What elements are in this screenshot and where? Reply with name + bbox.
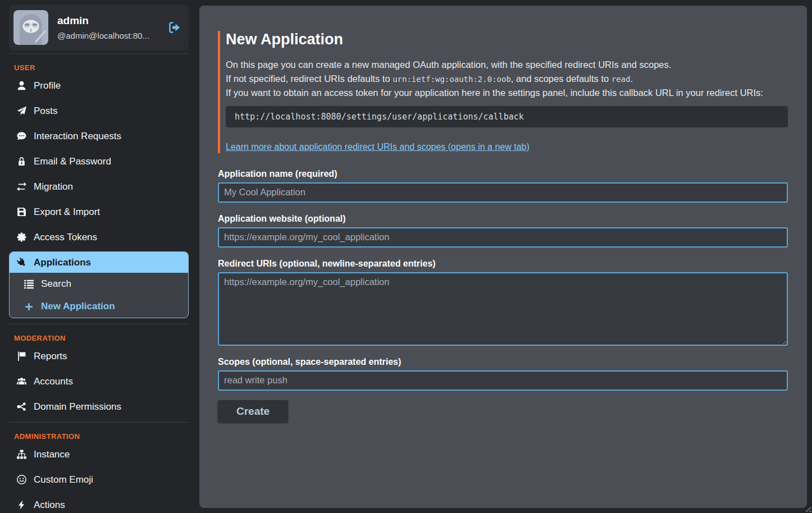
sidebar-item-label: Instance — [34, 449, 70, 460]
sidebar-item-custom-emoji[interactable]: Custom Emoji — [9, 467, 189, 492]
sidebar-item-label: Email & Password — [34, 156, 111, 167]
sidebar-divider — [9, 324, 189, 324]
paper-plane-icon — [16, 106, 26, 116]
avatar — [13, 10, 48, 45]
sidebar-item-label: Posts — [34, 106, 58, 117]
exchange-arrows-icon — [16, 182, 26, 191]
section-label-moderation: MODERATION — [14, 334, 189, 342]
user-names: admin @admin@localhost:80... — [57, 15, 158, 40]
sidebar-item-label: Export & Import — [34, 207, 100, 218]
bolt-icon — [16, 500, 26, 510]
redirect-uris-textarea[interactable] — [218, 272, 788, 346]
section-label-administration: ADMINISTRATION — [14, 432, 189, 441]
sidebar-item-label: Access Tokens — [34, 232, 97, 243]
lock-icon — [16, 157, 26, 166]
sidebar-item-posts[interactable]: Posts — [9, 98, 189, 123]
sidebar-subitem-label: New Application — [41, 301, 115, 312]
certificate-icon — [16, 232, 26, 242]
callback-url-code-block: http://localhost:8080/settings/user/appl… — [226, 106, 788, 127]
scopes-field-group: Scopes (optional, space-separated entrie… — [218, 357, 788, 391]
sidebar-item-actions[interactable]: Actions — [9, 492, 189, 513]
application-name-input[interactable] — [218, 182, 788, 203]
sidebar-item-accounts[interactable]: Accounts — [9, 369, 189, 394]
sidebar-divider — [9, 53, 189, 54]
settings-sidebar: admin @admin@localhost:80... USER Profil… — [0, 0, 199, 513]
sidebar-item-interaction-requests[interactable]: Interaction Requests — [9, 123, 189, 149]
page-title: New Application — [226, 31, 788, 48]
sidebar-item-label: Actions — [34, 500, 65, 511]
sidebar-item-domain-permissions[interactable]: Domain Permissions — [9, 394, 189, 419]
plus-icon — [24, 302, 34, 312]
redirect-uris-label: Redirect URIs (optional, newline-separat… — [218, 259, 788, 269]
sidebar-divider — [9, 422, 189, 423]
section-label-user: USER — [14, 63, 189, 72]
sidebar-item-applications[interactable]: Applications — [10, 252, 188, 273]
scopes-input[interactable] — [218, 370, 788, 391]
inline-code-oob: urn:ietf:wg:oauth:2.0:oob — [393, 75, 511, 84]
application-name-label: Application name (required) — [218, 169, 788, 179]
sidebar-item-profile[interactable]: Profile — [9, 73, 189, 98]
new-application-form: Application name (required) Application … — [218, 169, 788, 423]
description-line-2: If not specified, redirect URIs defaults… — [226, 72, 788, 86]
scopes-label: Scopes (optional, space-separated entrie… — [218, 357, 788, 367]
list-icon — [24, 280, 34, 289]
user-handle: @admin@localhost:80... — [57, 31, 158, 40]
sidebar-item-migration[interactable]: Migration — [9, 174, 189, 199]
applications-group: Applications Search New Application — [9, 251, 189, 318]
username: admin — [57, 15, 158, 27]
sidebar-subitem-search[interactable]: Search — [10, 273, 188, 295]
sidebar-item-access-tokens[interactable]: Access Tokens — [9, 225, 189, 250]
sidebar-subitem-new-application[interactable]: New Application — [10, 295, 188, 318]
create-button[interactable]: Create — [218, 400, 288, 423]
page-header: New Application On this page you can cre… — [218, 31, 788, 153]
sidebar-item-label: Accounts — [34, 376, 73, 387]
plug-icon — [16, 258, 26, 267]
share-nodes-icon — [16, 402, 26, 411]
sidebar-item-label: Domain Permissions — [34, 401, 121, 413]
description-line-3: If you want to obtain an access token fo… — [226, 86, 788, 100]
sidebar-item-label: Profile — [34, 80, 61, 91]
users-icon — [16, 377, 26, 386]
sidebar-item-label: Migration — [34, 181, 73, 193]
inline-code-read: read — [612, 75, 631, 84]
sidebar-item-export-import[interactable]: Export & Import — [9, 199, 189, 225]
sidebar-item-label: Reports — [34, 351, 67, 362]
main-panel: New Application On this page you can cre… — [199, 6, 807, 508]
sitemap-icon — [16, 450, 26, 459]
application-website-input[interactable] — [218, 227, 788, 248]
user-icon — [16, 81, 26, 90]
sidebar-item-label: Applications — [34, 257, 91, 268]
learn-more-link[interactable]: Learn more about application redirect UR… — [226, 142, 530, 152]
sidebar-item-email-password[interactable]: Email & Password — [9, 149, 189, 174]
sidebar-subitem-label: Search — [41, 278, 71, 290]
application-website-label: Application website (optional) — [218, 214, 788, 224]
sidebar-item-reports[interactable]: Reports — [9, 343, 189, 369]
flag-icon — [16, 351, 26, 361]
floppy-disk-icon — [16, 207, 26, 217]
user-card: admin @admin@localhost:80... — [9, 4, 189, 51]
application-website-field-group: Application website (optional) — [218, 214, 788, 248]
redirect-uris-field-group: Redirect URIs (optional, newline-separat… — [218, 259, 788, 346]
sidebar-item-instance[interactable]: Instance — [9, 442, 189, 467]
comment-dots-icon — [16, 131, 26, 141]
smile-icon — [16, 475, 26, 484]
sidebar-item-label: Interaction Requests — [34, 131, 121, 142]
sidebar-item-label: Custom Emoji — [34, 474, 93, 485]
logout-icon[interactable] — [167, 20, 182, 35]
application-name-field-group: Application name (required) — [218, 169, 788, 203]
description-line-1: On this page you can create a new manage… — [226, 58, 788, 72]
page-description: On this page you can create a new manage… — [226, 58, 788, 100]
